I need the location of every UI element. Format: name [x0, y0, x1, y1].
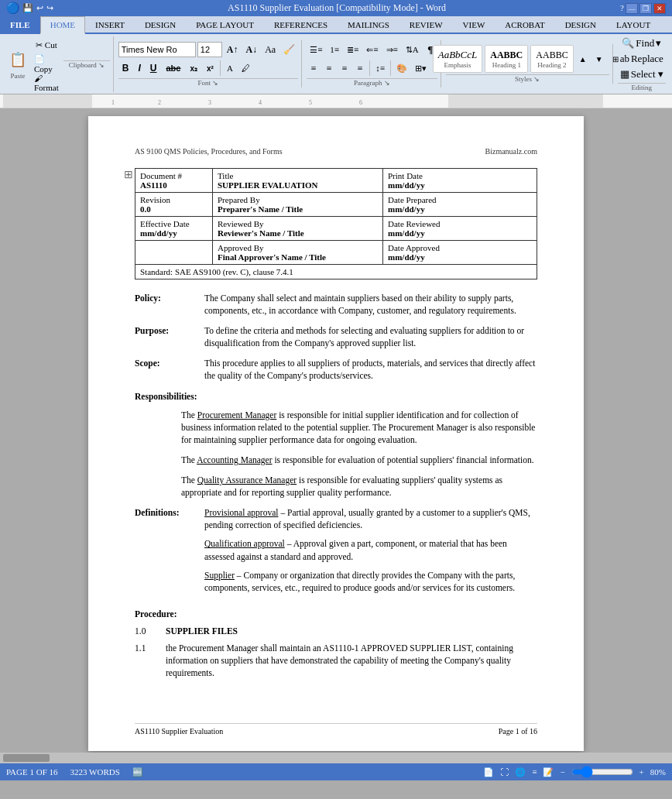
- proc-item-1: 1.0 SUPPLIER FILES: [135, 625, 537, 637]
- view-full-btn[interactable]: ⛶: [500, 767, 509, 777]
- justify-btn[interactable]: ≡: [353, 60, 367, 77]
- tab-design2[interactable]: DESIGN: [555, 16, 606, 33]
- tab-mailings[interactable]: MAILINGS: [338, 16, 399, 33]
- tab-home[interactable]: HOME: [40, 16, 85, 34]
- styles-scroll-down[interactable]: ▼: [592, 50, 606, 67]
- paragraph-label: Paragraph ↘: [307, 78, 437, 87]
- change-case-btn[interactable]: Aa: [262, 41, 279, 58]
- bold-btn[interactable]: B: [118, 60, 133, 76]
- font-size-input[interactable]: 12: [197, 42, 222, 57]
- close-btn[interactable]: ✕: [653, 3, 666, 14]
- italic-btn[interactable]: I: [134, 60, 144, 76]
- supplier-term: Supplier: [204, 571, 235, 580]
- copy-btn[interactable]: 📄 Copy: [31, 56, 62, 73]
- def-text-2: Qualification approval – Approval given …: [204, 537, 537, 562]
- header-right: Bizmanualz.com: [485, 147, 537, 156]
- decrease-indent-btn[interactable]: ⇐≡: [363, 41, 381, 58]
- table-add-icon[interactable]: ⊞: [124, 168, 133, 181]
- line-spacing-btn[interactable]: ↕≡: [372, 60, 388, 77]
- zoom-out-btn[interactable]: −: [560, 767, 564, 777]
- tab-page-layout[interactable]: PAGE LAYOUT: [186, 16, 264, 33]
- styles-group: AaBbCcL Emphasis AABBC Heading 1 AABBC H…: [443, 44, 613, 84]
- tab-insert[interactable]: INSERT: [85, 16, 135, 33]
- tab-acrobat[interactable]: ACROBAT: [495, 16, 554, 33]
- quick-undo[interactable]: ↩: [36, 3, 43, 13]
- sep3: [390, 60, 391, 76]
- resp-block-1: The Procurement Manager is responsible f…: [135, 409, 537, 446]
- grow-font-btn[interactable]: A↑: [224, 41, 242, 58]
- bullets-btn[interactable]: ☰≡: [307, 41, 325, 58]
- view-print-btn[interactable]: 📄: [483, 767, 494, 777]
- select-btn[interactable]: ▦ Select ▾: [618, 67, 666, 81]
- minimize-btn[interactable]: —: [626, 3, 638, 14]
- title-label: Title: [218, 171, 378, 180]
- replace-btn[interactable]: ab Replace: [618, 52, 666, 66]
- proc-sub-text-1: the Procurement Manager shall maintain a…: [166, 642, 537, 679]
- doc-area[interactable]: AS 9100 QMS Policies, Procedures, and Fo…: [0, 108, 672, 753]
- restore-btn[interactable]: ❐: [639, 3, 652, 14]
- tab-file[interactable]: FILE: [0, 16, 40, 33]
- font-color-btn[interactable]: A: [223, 60, 237, 77]
- policy-label: Policy:: [135, 292, 197, 317]
- purpose-label: Purpose:: [135, 324, 197, 349]
- approved-by-cell: Approved By Final Approver's Name / Titl…: [213, 241, 383, 265]
- style-heading1[interactable]: AABBC Heading 1: [485, 45, 528, 73]
- sort-btn[interactable]: ⇅A: [403, 41, 422, 58]
- multilevel-btn[interactable]: ≣≡: [344, 41, 362, 58]
- proc-text-1: SUPPLIER FILES: [166, 625, 238, 637]
- date-reviewed-label: Date Reviewed: [388, 219, 532, 228]
- numbering-btn[interactable]: 1≡: [327, 41, 342, 58]
- shrink-font-btn[interactable]: A↓: [242, 41, 260, 58]
- tab-design[interactable]: DESIGN: [135, 16, 186, 33]
- paste-btn[interactable]: 📋: [6, 48, 29, 71]
- sep2: [369, 60, 370, 76]
- doc-num-value: AS1110: [140, 180, 207, 190]
- status-right: 📄 ⛶ 🌐 ≡ 📝 − + 80%: [483, 767, 666, 777]
- shading-btn[interactable]: 🎨: [393, 60, 410, 77]
- zoom-slider[interactable]: [571, 767, 633, 777]
- definitions-label: Definitions:: [135, 506, 197, 600]
- style-heading2[interactable]: AABBC Heading 2: [530, 45, 573, 73]
- eff-date-label: Effective Date: [140, 219, 207, 228]
- view-outline-btn[interactable]: ≡: [532, 767, 537, 777]
- align-right-btn[interactable]: ≡: [338, 60, 351, 77]
- align-left-btn[interactable]: ≡: [307, 60, 321, 77]
- quick-save[interactable]: 💾: [22, 3, 33, 13]
- editing-label: Editing: [618, 83, 666, 91]
- styles-expand[interactable]: ⊞: [609, 50, 622, 67]
- h-scrollbar[interactable]: [0, 753, 672, 763]
- view-draft-btn[interactable]: 📝: [543, 767, 554, 777]
- view-web-btn[interactable]: 🌐: [515, 767, 526, 777]
- increase-indent-btn[interactable]: ⇒≡: [383, 41, 401, 58]
- tab-view[interactable]: VIEW: [453, 16, 495, 33]
- style-emphasis[interactable]: AaBbCcL Emphasis: [433, 45, 483, 73]
- procedure-section: Procedure: 1.0 SUPPLIER FILES 1.1 the Pr…: [135, 608, 537, 679]
- tab-layout[interactable]: LAYOUT: [606, 16, 660, 33]
- quick-redo[interactable]: ↪: [46, 3, 53, 13]
- strikethrough-btn[interactable]: abc: [162, 60, 184, 76]
- h-scroll-thumb[interactable]: [3, 754, 50, 762]
- doc-info-table: Document # AS1110 Title SUPPLIER EVALUAT…: [135, 168, 537, 279]
- tab-review[interactable]: REVIEW: [399, 16, 453, 33]
- prepared-by-cell: Prepared By Preparer's Name / Title: [213, 193, 383, 217]
- tab-references[interactable]: REFERENCES: [264, 16, 338, 33]
- borders-btn[interactable]: ⊞▾: [412, 60, 430, 77]
- zoom-level: 80%: [650, 767, 666, 777]
- underline-btn[interactable]: U: [146, 60, 161, 76]
- definitions-content: Provisional approval – Partial approval,…: [204, 506, 537, 600]
- help-btn[interactable]: ?: [620, 3, 624, 14]
- scope-section: Scope: This procedure applies to all sup…: [135, 357, 537, 382]
- font-name-input[interactable]: Times New Ro: [118, 42, 196, 57]
- styles-scroll-up[interactable]: ▲: [576, 50, 590, 67]
- subscript-btn[interactable]: x₂: [186, 60, 201, 76]
- superscript-btn[interactable]: x²: [203, 60, 218, 76]
- clear-format-btn[interactable]: 🧹: [280, 41, 298, 58]
- procedure-label: Procedure:: [135, 608, 537, 620]
- format-painter-btn[interactable]: 🖌 Format: [31, 74, 62, 91]
- find-btn[interactable]: 🔍 Find ▾: [619, 36, 663, 50]
- zoom-in-btn[interactable]: +: [639, 767, 644, 777]
- align-center-btn[interactable]: ≡: [322, 60, 336, 77]
- cut-btn[interactable]: ✂ Cut: [31, 37, 62, 54]
- accounting-manager-link: Accounting Manager: [197, 455, 272, 465]
- highlight-btn[interactable]: 🖊: [238, 60, 253, 77]
